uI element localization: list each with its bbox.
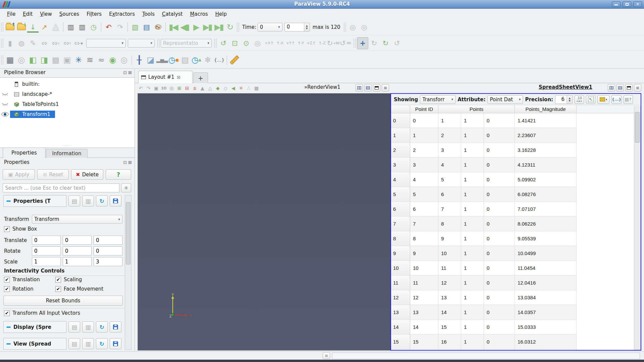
close-button[interactable]: ✕ — [633, 1, 642, 7]
plot-data-over-time-button[interactable]: ◷● — [168, 53, 179, 67]
row-header-cell[interactable]: 2 — [391, 143, 410, 158]
table-cell[interactable]: 1 — [461, 335, 484, 349]
table-cell[interactable]: 9.05539 — [515, 231, 577, 246]
menu-extractors[interactable]: Extractors — [105, 10, 139, 18]
representation-combo[interactable]: Representatio ▾ — [161, 39, 212, 48]
scale-x-field[interactable] — [32, 257, 61, 266]
table-row[interactable]: 778108.06226 — [391, 217, 641, 231]
row-header-cell[interactable]: 10 — [391, 261, 410, 276]
table-cell[interactable]: 2.23607 — [515, 128, 577, 143]
set-view-plus-x-button[interactable]: +X↑ — [263, 38, 275, 49]
set-view-plus-y-button[interactable]: +Y↑ — [285, 38, 296, 49]
pipeline-item-landscape[interactable]: landscape-* — [0, 89, 135, 99]
table-row[interactable]: 556106.08276 — [391, 187, 641, 202]
table-cell[interactable]: 1 — [410, 128, 438, 143]
save-defaults-button[interactable] — [110, 195, 121, 206]
scrollbar-thumb[interactable] — [126, 202, 130, 264]
set-view-minus-z-button[interactable]: ↑-Z — [317, 38, 327, 49]
select-frustum-points-button[interactable]: ◇ — [222, 84, 229, 92]
visibility-open-eye-icon[interactable] — [0, 112, 10, 117]
add-selection-button[interactable]: ⊞ — [175, 84, 183, 92]
select-block-button[interactable]: ◀ — [229, 84, 237, 92]
zoom-to-box-button[interactable]: ◎ — [347, 21, 359, 33]
catalyst-flask-button[interactable] — [50, 21, 61, 33]
table-cell[interactable]: 1 — [461, 158, 484, 172]
table-cell[interactable]: 14 — [438, 305, 461, 320]
tab-layout-1[interactable]: Layout #1 ⊠ — [138, 71, 193, 83]
table-cell[interactable]: 8.06226 — [515, 217, 577, 231]
table-cell[interactable]: 13 — [410, 305, 438, 320]
table-cell[interactable]: 1 — [461, 276, 484, 290]
column-header-points-magnitude[interactable]: Points_Magnitude — [515, 105, 577, 113]
column-header-point-id[interactable]: Point ID — [410, 105, 438, 113]
toolbar-grip[interactable] — [344, 23, 346, 32]
camera-undo-button[interactable]: ↶ — [137, 84, 145, 92]
table-cell[interactable]: 8 — [410, 231, 438, 246]
table-row[interactable]: 1515161016.0312 — [391, 335, 641, 349]
tab-properties[interactable]: Properties — [3, 147, 46, 158]
table-cell[interactable]: 2 — [438, 128, 461, 143]
color-palette-button[interactable] — [152, 21, 164, 33]
table-cell[interactable]: 0 — [484, 320, 515, 335]
titlebar[interactable]: ParaView 5.9.0-RC4 ✕ — [0, 0, 644, 9]
reset-bounds-button[interactable]: Reset Bounds — [3, 296, 123, 306]
table-cell[interactable]: 0 — [484, 128, 515, 143]
translation-checkbox[interactable]: ✔ — [4, 277, 10, 283]
table-row[interactable]: 223103.16228 — [391, 143, 641, 158]
select-frustum-cells-button[interactable]: ◆ — [214, 84, 222, 92]
table-cell[interactable]: 6.08276 — [515, 187, 577, 202]
table-cell[interactable]: 1 — [461, 305, 484, 320]
table-cell[interactable]: 1 — [461, 187, 484, 202]
table-cell[interactable]: 3 — [410, 158, 438, 172]
delete-button[interactable]: ✖Delete — [71, 169, 103, 180]
translate-x-field[interactable] — [32, 236, 61, 245]
toggle-selection-button[interactable]: ± — [191, 84, 199, 92]
table-row[interactable]: 112102.23607 — [391, 128, 641, 143]
transform-all-checkbox[interactable]: ✔ — [4, 310, 10, 316]
table-cell[interactable]: 0 — [484, 187, 515, 202]
menu-macros[interactable]: Macros — [186, 10, 212, 18]
toggle-cell-connectivity-button[interactable]: {...} — [611, 95, 622, 104]
undock-pipeline-icon[interactable]: ⊡ — [123, 70, 127, 75]
show-box-checkbox[interactable]: ✔ — [4, 226, 10, 232]
render-viewport[interactable]: Y X Z — [138, 93, 391, 351]
corner-header-cell[interactable] — [391, 105, 410, 113]
table-cell[interactable]: 7 — [410, 217, 438, 231]
subtract-selection-button[interactable]: ⊟ — [183, 84, 191, 92]
table-cell[interactable]: 3 — [438, 143, 461, 158]
table-cell[interactable]: 4 — [410, 172, 438, 187]
table-cell[interactable]: 15 — [410, 335, 438, 349]
threshold-filter-button[interactable]: ▩ — [50, 53, 61, 67]
save-display-button[interactable] — [110, 321, 121, 333]
table-cell[interactable]: 1 — [438, 113, 461, 128]
temporal-cache-button[interactable]: ◷ — [88, 21, 99, 33]
redo-button[interactable]: ↷ — [114, 21, 126, 33]
table-cell[interactable]: 6 — [438, 187, 461, 202]
first-frame-button[interactable]: ▮◀ — [167, 21, 179, 33]
maximize-view-button[interactable] — [625, 84, 633, 92]
toolbar-grip[interactable] — [214, 39, 217, 48]
row-header-cell[interactable]: 15 — [391, 335, 410, 349]
table-cell[interactable]: 12.0416 — [515, 276, 577, 290]
close-layout-icon[interactable]: ⊠ — [177, 75, 180, 80]
section-properties-header[interactable]: Properties (T — [3, 195, 66, 207]
extract-subset-button[interactable]: ▣ — [61, 53, 73, 67]
translate-y-field[interactable] — [63, 236, 92, 245]
hover-cells-button[interactable]: ▩ — [253, 84, 260, 92]
table-cell[interactable]: 11.0454 — [515, 261, 577, 276]
row-header-cell[interactable]: 5 — [391, 187, 410, 202]
set-view-minus-x-button[interactable]: ↑-X — [275, 38, 285, 49]
zoom-to-data-button[interactable]: ◎ — [359, 21, 370, 33]
frame-spin-arrows[interactable]: ▲▼ — [304, 23, 310, 31]
toggle-fixed-representation-button[interactable]: .10↤↦ — [575, 95, 584, 104]
scrollbar-thumb[interactable] — [635, 112, 640, 143]
select-cells-button[interactable]: ▲ — [199, 84, 206, 92]
row-header-cell[interactable]: 13 — [391, 305, 410, 320]
table-cell[interactable]: 5 — [410, 187, 438, 202]
close-view-button[interactable]: ⊠ — [382, 84, 389, 92]
table-cell[interactable]: 0 — [484, 217, 515, 231]
table-cell[interactable]: 0 — [484, 305, 515, 320]
set-view-minus-y-button[interactable]: ↑-Y — [296, 38, 305, 49]
component-combo[interactable]: ▾ — [128, 39, 155, 48]
interactive-select-points-button[interactable]: ∴ — [245, 84, 253, 92]
